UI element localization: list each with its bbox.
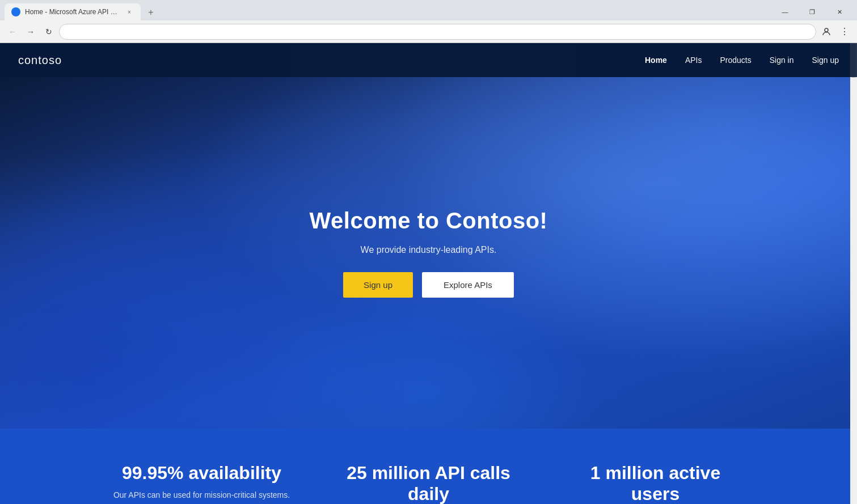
window-controls: — ❐ ✕ bbox=[772, 3, 852, 20]
stat-desc-availability: Our APIs can be used for mission-critica… bbox=[111, 490, 293, 499]
tab-favicon bbox=[11, 7, 20, 16]
stats-section: 99.95% availability Our APIs can be used… bbox=[0, 429, 857, 504]
hero-buttons: Sign up Explore APIs bbox=[343, 272, 514, 298]
stat-value-availability: 99.95% availability bbox=[111, 463, 293, 484]
nav-link-signup[interactable]: Sign up bbox=[812, 56, 839, 65]
signup-button[interactable]: Sign up bbox=[343, 272, 413, 298]
browser-chrome: Home - Microsoft Azure API Mar... × + — … bbox=[0, 0, 857, 43]
tab-bar: Home - Microsoft Azure API Mar... × + bbox=[5, 3, 767, 20]
hero-subtitle: We provide industry-leading APIs. bbox=[361, 245, 497, 255]
close-button[interactable]: ✕ bbox=[826, 3, 852, 20]
hero-content: Welcome to Contoso! We provide industry-… bbox=[310, 208, 548, 298]
stat-item-api-calls: 25 million API calls daily Our APIs defi… bbox=[315, 463, 542, 504]
reload-button[interactable]: ↻ bbox=[41, 24, 57, 40]
profile-button[interactable] bbox=[818, 24, 834, 40]
back-button[interactable]: ← bbox=[5, 24, 20, 40]
site-logo: contoso bbox=[18, 54, 62, 67]
new-tab-button[interactable]: + bbox=[143, 5, 159, 20]
nav-link-home[interactable]: Home bbox=[645, 56, 667, 65]
url-input[interactable] bbox=[65, 27, 810, 36]
nav-links: Home APIs Products Sign in Sign up bbox=[645, 56, 839, 65]
browser-menu-button[interactable]: ⋮ bbox=[837, 24, 852, 40]
nav-link-signin[interactable]: Sign in bbox=[770, 56, 794, 65]
tab-title: Home - Microsoft Azure API Mar... bbox=[25, 8, 120, 16]
site-navigation: contoso Home APIs Products Sign in Sign … bbox=[0, 43, 857, 77]
address-bar[interactable] bbox=[59, 24, 816, 40]
scrollbar[interactable] bbox=[850, 43, 857, 504]
hero-section: Welcome to Contoso! We provide industry-… bbox=[0, 77, 857, 429]
minimize-button[interactable]: — bbox=[772, 3, 798, 20]
stat-item-users: 1 million active users Millions of peopl… bbox=[542, 463, 769, 504]
browser-tab[interactable]: Home - Microsoft Azure API Mar... × bbox=[5, 3, 141, 20]
browser-title-bar: Home - Microsoft Azure API Mar... × + — … bbox=[0, 0, 857, 20]
hero-title: Welcome to Contoso! bbox=[310, 208, 548, 234]
browser-toolbar: ← → ↻ ⋮ bbox=[0, 20, 857, 43]
nav-link-apis[interactable]: APIs bbox=[685, 56, 702, 65]
stat-item-availability: 99.95% availability Our APIs can be used… bbox=[88, 463, 315, 504]
tab-close-button[interactable]: × bbox=[125, 7, 134, 16]
restore-button[interactable]: ❐ bbox=[799, 3, 825, 20]
nav-link-products[interactable]: Products bbox=[720, 56, 751, 65]
explore-apis-button[interactable]: Explore APIs bbox=[422, 272, 514, 298]
website-content: contoso Home APIs Products Sign in Sign … bbox=[0, 43, 857, 504]
stat-value-api-calls: 25 million API calls daily bbox=[338, 463, 520, 504]
svg-point-0 bbox=[825, 28, 828, 32]
forward-button[interactable]: → bbox=[23, 24, 39, 40]
stat-value-users: 1 million active users bbox=[565, 463, 746, 504]
